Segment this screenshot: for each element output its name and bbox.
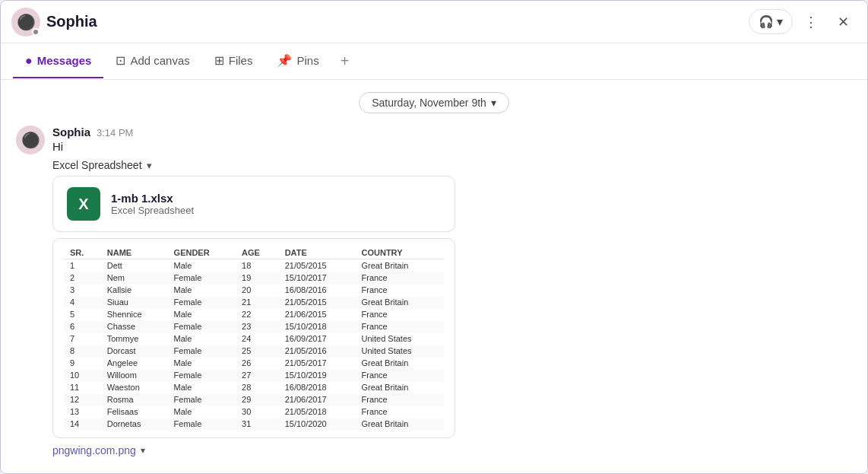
table-row: 8DorcastFemale2521/05/2016United States (64, 345, 444, 357)
table-row: 14DornetasFemale3115/10/2020Great Britai… (64, 418, 444, 430)
close-icon: ✕ (838, 14, 849, 30)
table-row: 6ChasseFemale2315/10/2018France (64, 320, 444, 332)
col-header-gender: GENDER (168, 247, 236, 259)
col-header-date: DATE (279, 247, 356, 259)
headphone-icon: 🎧 (759, 14, 774, 29)
file-icon-letter: X (78, 196, 88, 213)
table-row: 10WilloomFemale2715/10/2019France (64, 369, 444, 381)
table-row: 5ShenniceMale2221/06/2015France (64, 308, 444, 320)
headphone-button[interactable]: 🎧 ▾ (749, 9, 793, 34)
message-avatar: ⚫ (16, 126, 45, 154)
close-button[interactable]: ✕ (829, 8, 857, 36)
tab-pins[interactable]: 📌 Pins (265, 44, 331, 78)
file-type: Excel Spreadsheet (111, 205, 194, 216)
bottom-attachment[interactable]: pngwing.com.png ▾ (52, 444, 852, 457)
avatar-person-icon: ⚫ (21, 131, 40, 149)
table-row: 4SiuauFemale2121/05/2015Great Britain (64, 296, 444, 308)
canvas-tab-label: Add canvas (130, 54, 189, 67)
message-text: Hi (52, 140, 852, 153)
headphone-chevron: ▾ (777, 14, 783, 29)
page-title: Sophia (46, 13, 97, 30)
date-badge[interactable]: Saturday, November 9th ▾ (359, 92, 509, 113)
canvas-tab-icon: ⊡ (116, 53, 125, 68)
message-row: ⚫ Sophia 3:14 PM Hi Excel Spreadsheet ▾ … (16, 126, 852, 457)
tab-bar: ● Messages ⊡ Add canvas ⊞ Files 📌 Pins + (1, 43, 867, 80)
messages-tab-icon: ● (25, 54, 33, 68)
col-header-sr: SR. (64, 247, 101, 259)
col-header-age: AGE (236, 247, 279, 259)
table-header-row: SR. NAME GENDER AGE DATE COUNTRY (64, 247, 444, 259)
spreadsheet-preview: SR. NAME GENDER AGE DATE COUNTRY 1DettMa… (52, 238, 455, 438)
title-bar: ⚫ Sophia 🎧 ▾ ⋮ ✕ (1, 1, 867, 43)
file-info: 1-mb 1.xlsx Excel Spreadsheet (111, 192, 194, 216)
messages-tab-label: Messages (37, 54, 92, 67)
table-row: 9AngeleeMale2621/05/2017Great Britain (64, 357, 444, 369)
table-row: 13FelisaasMale3021/05/2018France (64, 406, 444, 418)
add-tab-button[interactable]: + (331, 46, 359, 76)
title-right: 🎧 ▾ ⋮ ✕ (749, 8, 857, 36)
tab-messages[interactable]: ● Messages (13, 45, 103, 78)
app-window: ⚫ Sophia 🎧 ▾ ⋮ ✕ ● Messages ⊡ Add canva (0, 0, 868, 474)
avatar: ⚫ (11, 8, 40, 37)
message-time: 3:14 PM (97, 127, 133, 138)
attachment-label-text: Excel Spreadsheet (52, 159, 142, 171)
spreadsheet-inner: SR. NAME GENDER AGE DATE COUNTRY 1DettMa… (53, 239, 455, 437)
more-options-button[interactable]: ⋮ (797, 8, 825, 36)
tab-add-canvas[interactable]: ⊡ Add canvas (103, 44, 201, 78)
files-tab-label: Files (229, 54, 253, 67)
pins-tab-icon: 📌 (277, 53, 292, 68)
file-card[interactable]: X 1-mb 1.xlsx Excel Spreadsheet (52, 176, 455, 232)
tab-files[interactable]: ⊞ Files (202, 44, 265, 78)
table-row: 3KallsieMale2016/08/2016France (64, 284, 444, 296)
table-row: 1DettMale1821/05/2015Great Britain (64, 259, 444, 272)
message-content: Sophia 3:14 PM Hi Excel Spreadsheet ▾ X … (52, 126, 852, 457)
file-name: 1-mb 1.xlsx (111, 192, 194, 205)
attachment-chevron: ▾ (147, 160, 152, 171)
date-badge-label: Saturday, November 9th (372, 97, 486, 109)
col-header-name: NAME (101, 247, 168, 259)
more-icon: ⋮ (804, 14, 818, 30)
col-header-country: COUNTRY (356, 247, 445, 259)
chat-area: Saturday, November 9th ▾ ⚫ Sophia 3:14 P… (1, 80, 867, 473)
files-tab-icon: ⊞ (214, 53, 224, 68)
preview-table: SR. NAME GENDER AGE DATE COUNTRY 1DettMa… (64, 247, 444, 430)
bottom-attachment-chevron: ▾ (141, 445, 145, 456)
bottom-attachment-label: pngwing.com.png (52, 444, 136, 457)
table-row: 11WaestonMale2816/08/2018Great Britain (64, 381, 444, 393)
message-sender: Sophia (52, 126, 90, 138)
table-row: 12RosmaFemale2921/06/2017France (64, 393, 444, 406)
file-icon-box: X (67, 187, 100, 221)
person-icon: ⚫ (17, 13, 36, 31)
table-row: 2NemFemale1915/10/2017France (64, 272, 444, 284)
pins-tab-label: Pins (296, 54, 318, 67)
date-badge-chevron: ▾ (491, 97, 496, 109)
attachment-label[interactable]: Excel Spreadsheet ▾ (52, 159, 852, 171)
status-dot (32, 28, 40, 36)
message-header: Sophia 3:14 PM (52, 126, 852, 138)
title-left: ⚫ Sophia (11, 8, 97, 37)
table-row: 7TommyeMale2416/09/2017United States (64, 332, 444, 345)
